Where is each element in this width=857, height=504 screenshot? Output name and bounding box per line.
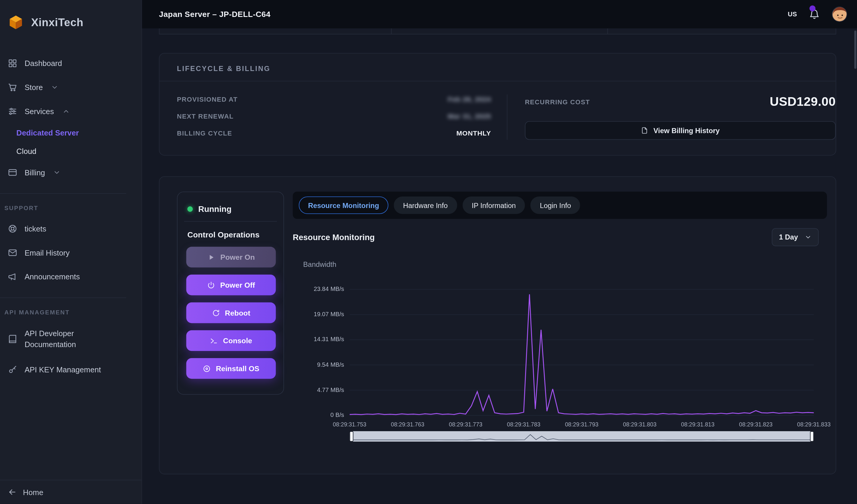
tab-hardware-info[interactable]: Hardware Info xyxy=(394,196,457,214)
field-label: BILLING CYCLE xyxy=(177,129,232,137)
button-label: Console xyxy=(223,336,252,345)
chart-x-axis: 08:29:31.75308:29:31.76308:29:31.77308:2… xyxy=(350,421,814,429)
recurring-cost-value: USD129.00 xyxy=(770,94,836,109)
sidebar-item-cloud[interactable]: Cloud xyxy=(0,142,141,160)
home-label: Home xyxy=(23,488,44,496)
y-axis-label: 19.07 MB/s xyxy=(314,311,344,317)
book-icon xyxy=(8,334,18,344)
power-icon xyxy=(207,281,215,289)
sidebar-item-store[interactable]: Store xyxy=(0,75,141,99)
sidebar-item-label: API KEY Management xyxy=(25,365,101,373)
brush-mini-line xyxy=(353,434,810,440)
page-content: LIFECYCLE & BILLING PROVISIONED AT Feb 2… xyxy=(142,29,857,504)
range-value: 1 Day xyxy=(779,233,798,241)
sidebar-item-api-keys[interactable]: API KEY Management xyxy=(0,357,141,381)
sidebar-item-label: Dashboard xyxy=(25,59,62,67)
x-axis-label: 08:29:31.783 xyxy=(507,421,541,427)
sidebar-item-api-docs[interactable]: API Developer Documentation xyxy=(0,321,112,357)
card-divider xyxy=(391,29,392,34)
disc-icon xyxy=(203,364,211,373)
app-window: XinxiTech Dashboard Store xyxy=(0,0,857,504)
tab-resource-monitoring[interactable]: Resource Monitoring xyxy=(299,196,388,214)
power-off-button[interactable]: Power Off xyxy=(186,275,276,295)
sidebar-item-label: Announcements xyxy=(25,273,80,281)
button-label: View Billing History xyxy=(654,126,720,135)
brand-logo[interactable]: XinxiTech xyxy=(0,0,141,44)
section-label-api-management: API MANAGEMENT xyxy=(0,303,141,321)
server-control-panel: Running Control Operations Power On xyxy=(177,192,284,395)
billing-card-icon xyxy=(8,168,18,177)
notification-badge xyxy=(809,5,816,11)
sidebar-item-billing[interactable]: Billing xyxy=(0,160,141,185)
x-axis-label: 08:29:31.773 xyxy=(449,421,483,427)
cart-icon xyxy=(8,82,18,92)
server-status: Running xyxy=(198,204,232,213)
sidebar-item-dashboard[interactable]: Dashboard xyxy=(0,51,141,75)
tab-login-info[interactable]: Login Info xyxy=(531,196,580,214)
scrollbar[interactable] xyxy=(854,31,856,69)
tab-ip-information[interactable]: IP Information xyxy=(463,196,525,214)
sidebar-item-label: Store xyxy=(25,83,43,91)
time-range-select[interactable]: 1 Day xyxy=(772,228,819,246)
x-axis-label: 08:29:31.793 xyxy=(565,421,599,427)
avatar-image xyxy=(832,7,847,22)
brush-mini-chart xyxy=(353,433,810,441)
brush-handle-right[interactable] xyxy=(810,431,814,441)
sidebar-item-label: Billing xyxy=(25,168,45,177)
control-operations-title: Control Operations xyxy=(186,222,275,247)
primary-nav: Dashboard Store Services Dedicated Serve… xyxy=(0,44,141,381)
next-renewal-row: NEXT RENEWAL Mar 31, 2025 xyxy=(177,112,491,120)
sidebar-home-button[interactable]: Home xyxy=(0,480,141,504)
console-button[interactable]: Console xyxy=(186,330,276,351)
sidebar: XinxiTech Dashboard Store xyxy=(0,0,142,504)
bandwidth-series-line xyxy=(350,294,814,415)
sidebar-divider xyxy=(0,193,126,194)
sidebar-item-services[interactable]: Services xyxy=(0,99,141,123)
view-billing-history-button[interactable]: View Billing History xyxy=(525,121,836,140)
sidebar-divider xyxy=(0,297,126,298)
reboot-button[interactable]: Reboot xyxy=(186,302,276,323)
user-avatar[interactable] xyxy=(832,6,847,22)
provisioned-at-value: Feb 28, 2024 xyxy=(448,95,491,103)
field-label: PROVISIONED AT xyxy=(177,95,238,103)
y-axis-label: 23.84 MB/s xyxy=(314,285,344,292)
monitoring-panel: Resource Monitoring Hardware Info IP Inf… xyxy=(293,192,827,461)
chevron-up-icon xyxy=(62,108,70,115)
chart-series-label: Bandwidth xyxy=(303,260,827,268)
dashboard-grid-icon xyxy=(8,58,18,68)
scrolled-card-bottom xyxy=(159,29,837,34)
sidebar-item-email-history[interactable]: Email History xyxy=(0,241,141,265)
chevron-down-icon xyxy=(53,169,61,176)
button-label: Power On xyxy=(220,253,255,261)
x-axis-label: 08:29:31.803 xyxy=(623,421,657,427)
chevron-down-icon xyxy=(805,233,812,241)
button-label: Reinstall OS xyxy=(216,364,259,373)
power-on-button[interactable]: Power On xyxy=(186,247,276,267)
page-title: Japan Server – JP-DELL-C64 xyxy=(159,10,271,18)
sidebar-item-tickets[interactable]: tickets xyxy=(0,216,141,241)
chart-y-axis: 0 B/s4.77 MB/s9.54 MB/s14.31 MB/s19.07 M… xyxy=(300,273,350,419)
notifications-button[interactable] xyxy=(809,8,820,20)
section-label-support: SUPPORT xyxy=(0,199,141,216)
billing-cycle-row: BILLING CYCLE MONTHLY xyxy=(177,129,491,137)
terminal-icon xyxy=(210,336,218,345)
arrow-left-icon xyxy=(8,487,17,497)
locale-selector[interactable]: US xyxy=(788,11,797,18)
card-title: LIFECYCLE & BILLING xyxy=(159,53,836,81)
sidebar-item-announcements[interactable]: Announcements xyxy=(0,265,141,289)
button-label: Power Off xyxy=(220,281,255,289)
x-axis-label: 08:29:31.833 xyxy=(797,421,831,427)
sliders-icon xyxy=(8,106,18,116)
recurring-cost-label: RECURRING COST xyxy=(525,98,590,106)
brand-name: XinxiTech xyxy=(31,16,84,29)
sidebar-item-label: Email History xyxy=(25,248,70,257)
megaphone-icon xyxy=(8,272,18,282)
brush-handle-left[interactable] xyxy=(350,431,354,441)
chart-range-brush[interactable] xyxy=(350,431,814,441)
reinstall-os-button[interactable]: Reinstall OS xyxy=(186,358,276,379)
y-axis-label: 0 B/s xyxy=(330,412,344,418)
sidebar-item-dedicated-server[interactable]: Dedicated Server xyxy=(0,123,141,142)
support-lifebuoy-icon xyxy=(8,224,18,233)
bandwidth-chart: Bandwidth 0 B/s4.77 MB/s9.54 MB/s14.31 M… xyxy=(300,260,827,441)
lifecycle-billing-card: LIFECYCLE & BILLING PROVISIONED AT Feb 2… xyxy=(159,53,837,155)
